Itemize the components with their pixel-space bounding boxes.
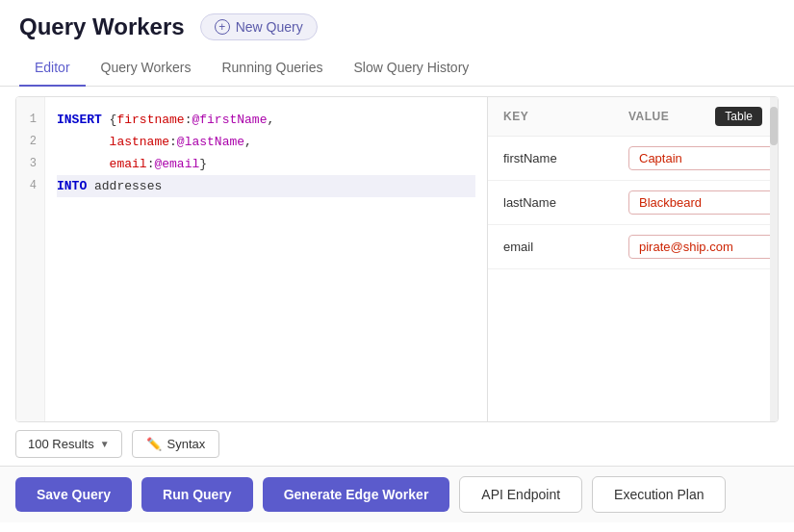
tab-bar: Editor Query Workers Running Queries Slo… [0, 50, 794, 87]
action-bar: Save Query Run Query Generate Edge Worke… [0, 466, 794, 522]
code-editor[interactable]: 1 2 3 4 INSERT {firstname:@firstName, la… [16, 97, 488, 421]
execution-plan-button[interactable]: Execution Plan [592, 476, 726, 513]
toolbar: 100 Results ▼ ✏️ Syntax [0, 422, 794, 466]
tab-slow-query-history[interactable]: Slow Query History [339, 50, 485, 87]
new-query-label: New Query [236, 19, 303, 35]
results-row-1: firstName [488, 137, 778, 181]
row-key-2: lastName [503, 195, 628, 210]
col-header-value: VALUE [628, 110, 715, 123]
results-count-label: 100 Results [28, 437, 94, 451]
run-query-button[interactable]: Run Query [141, 477, 253, 512]
chevron-down-icon: ▼ [100, 439, 110, 449]
scrollbar-track[interactable] [770, 97, 778, 421]
page-header: Query Workers + New Query [0, 0, 794, 50]
editor-panel: 1 2 3 4 INSERT {firstname:@firstName, la… [15, 96, 779, 422]
tab-editor[interactable]: Editor [19, 50, 86, 87]
code-line-4: INTO addresses [57, 175, 475, 197]
results-panel: KEY VALUE Table firstName lastName e [488, 97, 778, 421]
plus-circle-icon: + [215, 19, 230, 35]
row-key-3: email [503, 240, 628, 254]
row-value-3[interactable] [628, 235, 778, 259]
code-line-2: lastname:@lastName, [57, 131, 475, 153]
row-value-2[interactable] [628, 190, 778, 215]
row-key-1: firstName [503, 151, 628, 165]
syntax-label: Syntax [167, 437, 206, 451]
results-row-3: email [488, 225, 778, 269]
value-input-email[interactable] [628, 235, 778, 259]
col-header-key: KEY [503, 110, 628, 123]
value-input-firstname[interactable] [628, 146, 778, 170]
page-title: Query Workers [19, 13, 185, 40]
tab-query-workers[interactable]: Query Workers [86, 50, 207, 87]
generate-edge-worker-button[interactable]: Generate Edge Worker [263, 477, 450, 512]
tab-running-queries[interactable]: Running Queries [206, 50, 338, 87]
main-content: 1 2 3 4 INSERT {firstname:@firstName, la… [0, 87, 794, 522]
results-row-2: lastName [488, 181, 778, 225]
value-input-lastname[interactable] [628, 190, 778, 215]
results-count-dropdown[interactable]: 100 Results ▼ [15, 430, 122, 458]
results-header: KEY VALUE Table [488, 97, 778, 137]
row-value-1[interactable] [628, 146, 778, 170]
save-query-button[interactable]: Save Query [15, 477, 132, 512]
new-query-button[interactable]: + New Query [200, 13, 318, 40]
api-endpoint-button[interactable]: API Endpoint [459, 476, 582, 513]
table-button[interactable]: Table [715, 107, 762, 126]
line-numbers: 1 2 3 4 [16, 97, 45, 421]
code-lines[interactable]: INSERT {firstname:@firstName, lastname:@… [45, 97, 487, 421]
code-line-1: INSERT {firstname:@firstName, [57, 109, 475, 131]
wand-icon: ✏️ [146, 437, 162, 451]
code-line-3: email:@email} [57, 153, 475, 175]
syntax-button[interactable]: ✏️ Syntax [132, 430, 220, 458]
scrollbar-thumb[interactable] [770, 107, 778, 145]
